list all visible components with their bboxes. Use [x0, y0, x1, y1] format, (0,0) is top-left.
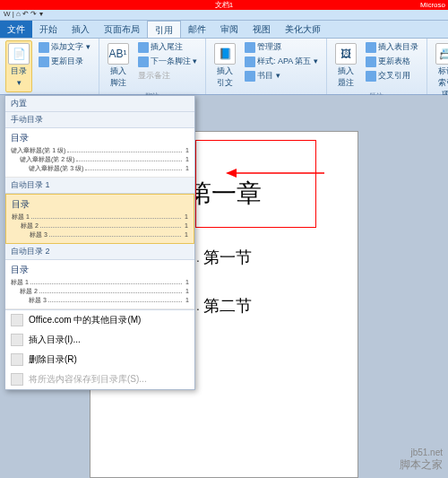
- more-toc-office[interactable]: Office.com 中的其他目录(M): [5, 310, 194, 330]
- tab-review[interactable]: 审阅: [213, 21, 246, 38]
- dd-section-manual: 手动目录: [5, 112, 194, 128]
- toc-label: 目录: [11, 65, 27, 77]
- toc-option-auto2[interactable]: 目录 标题 11 标题 21 标题 31: [5, 260, 194, 309]
- save-icon: [11, 373, 23, 386]
- app-name: Microso: [420, 1, 445, 9]
- next-icon: [138, 56, 149, 67]
- sources-icon: [245, 42, 255, 53]
- insert-toc-icon: [11, 334, 23, 346]
- toc-option-auto1[interactable]: 目录 标题 11 标题 21 标题 31: [5, 194, 194, 244]
- office-icon: [11, 314, 23, 326]
- update-table-button[interactable]: 更新表格: [363, 55, 421, 68]
- bib-icon: [245, 71, 255, 82]
- svg-marker-1: [226, 169, 237, 178]
- tab-mail[interactable]: 邮件: [181, 21, 213, 38]
- add-text-button[interactable]: 添加文字 ▾: [36, 40, 93, 54]
- index-icon: 📇: [435, 43, 448, 65]
- tab-references[interactable]: 引用: [147, 21, 181, 38]
- style-icon: [245, 56, 255, 67]
- endnote-icon: [138, 42, 149, 53]
- bibliography-button[interactable]: 书目 ▾: [242, 69, 321, 83]
- group-index: 📇标记 索引项 插入索引 更新索引 索引: [427, 39, 448, 94]
- insert-endnote-button[interactable]: 插入尾注: [135, 40, 201, 54]
- group-toc: 📄 目录 ▾ 添加文字 ▾ 更新目录: [0, 39, 99, 94]
- tab-view[interactable]: 视图: [246, 21, 278, 38]
- tab-beautify[interactable]: 美化大师: [278, 21, 328, 38]
- dd-auto2-label: 自动目录 2: [5, 244, 194, 260]
- crossref-button[interactable]: 交叉引用: [363, 69, 421, 83]
- titlebar: 文档1 Microso: [0, 0, 448, 10]
- quick-access-toolbar[interactable]: W | ⌂ ↶ ↷ ▾: [0, 10, 448, 21]
- dd-auto1-label: 自动目录 1: [5, 178, 194, 194]
- ribbon-tabs: 文件 开始 插入 页面布局 引用 邮件 审阅 视图 美化大师: [0, 21, 448, 39]
- group-footnote: AB¹插入 脚注 插入尾注 下一条脚注 ▾ 显示备注 脚注: [99, 39, 207, 94]
- insert-toc-menu[interactable]: 插入目录(I)...: [5, 330, 194, 350]
- next-footnote-button[interactable]: 下一条脚注 ▾: [135, 55, 201, 68]
- tab-home[interactable]: 开始: [32, 21, 65, 38]
- toc-dropdown: 内置 手动目录 目录 键入章标题(第 1 级)1 键入章标题(第 2 级)1 键…: [4, 95, 195, 390]
- ribbon: 📄 目录 ▾ 添加文字 ▾ 更新目录 AB¹插入 脚注 插入尾注 下一条脚注 ▾…: [0, 39, 448, 95]
- remove-toc-menu[interactable]: 删除目录(R): [5, 350, 194, 369]
- remove-toc-icon: [11, 353, 23, 366]
- annotation-box: [195, 140, 316, 228]
- save-toc-gallery-menu: 将所选内容保存到目录库(S)...: [5, 369, 194, 389]
- insert-citation-button[interactable]: 📘插入 引文: [211, 40, 238, 92]
- watermark: jb51.net 脚本之家: [400, 448, 443, 473]
- crossref-icon: [366, 71, 376, 82]
- toc-option-manual[interactable]: 目录 键入章标题(第 1 级)1 键入章标题(第 2 级)1 键入章标题(第 3…: [5, 128, 194, 178]
- tab-file[interactable]: 文件: [0, 21, 32, 38]
- show-notes-button[interactable]: 显示备注: [135, 69, 201, 83]
- mark-index-button[interactable]: 📇标记 索引项: [433, 40, 448, 103]
- tof-icon: [366, 42, 376, 53]
- update-icon: [39, 56, 49, 67]
- toc-icon: 📄: [8, 43, 30, 65]
- doc-title: 文档1: [215, 0, 233, 10]
- update-table-icon: [366, 56, 376, 67]
- insert-footnote-button[interactable]: AB¹插入 脚注: [105, 40, 132, 91]
- chevron-down-icon: ▾: [17, 78, 22, 87]
- caption-icon: 🖼: [335, 43, 357, 65]
- update-toc-button[interactable]: 更新目录: [36, 55, 93, 68]
- style-button[interactable]: 样式: APA 第五 ▾: [242, 55, 321, 68]
- annotation-arrow: [226, 167, 324, 179]
- group-caption: 🖼插入 题注 插入表目录 更新表格 交叉引用 题注: [327, 39, 427, 94]
- manage-sources-button[interactable]: 管理源: [242, 40, 321, 54]
- group-citation: 📘插入 引文 管理源 样式: APA 第五 ▾ 书目 ▾: [206, 39, 327, 94]
- insert-caption-button[interactable]: 🖼插入 题注: [332, 40, 359, 91]
- citation-icon: 📘: [214, 43, 236, 65]
- tab-insert[interactable]: 插入: [65, 21, 97, 38]
- toc-button[interactable]: 📄 目录 ▾: [5, 40, 32, 92]
- add-text-icon: [39, 42, 49, 53]
- dd-section-builtin: 内置: [5, 96, 194, 112]
- footnote-icon: AB¹: [108, 43, 129, 65]
- insert-tof-button[interactable]: 插入表目录: [363, 40, 421, 54]
- tab-layout[interactable]: 页面布局: [97, 21, 147, 38]
